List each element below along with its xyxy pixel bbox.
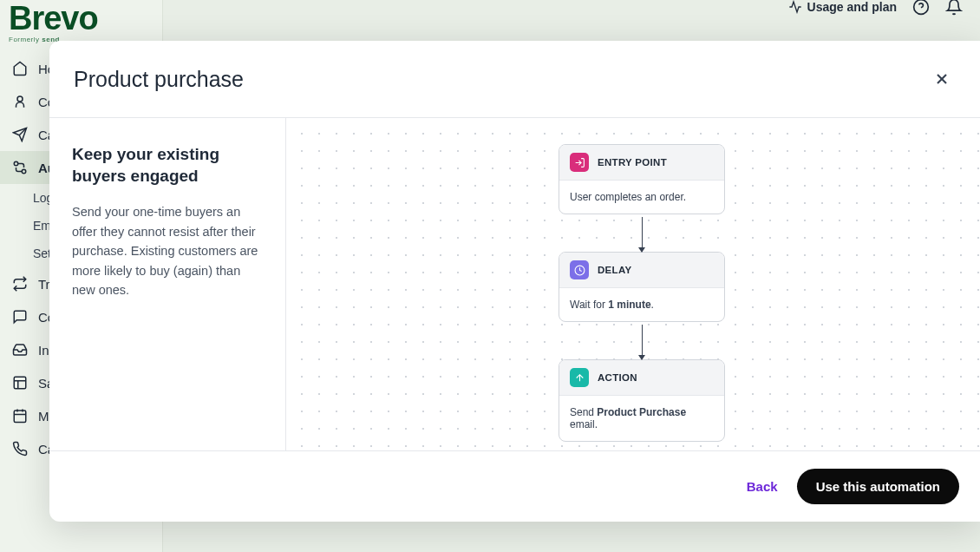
svg-point-5: [14, 161, 18, 166]
entry-icon: [570, 153, 589, 172]
inbox-icon: [12, 342, 28, 358]
svg-rect-10: [14, 411, 26, 423]
grid-icon: [12, 375, 28, 391]
back-button[interactable]: Back: [747, 479, 778, 494]
logo[interactable]: Brevo Formerly send: [0, 0, 162, 45]
flow-connector: [642, 325, 643, 359]
pulse-icon: [788, 0, 802, 14]
node-header: DELAY: [559, 253, 724, 288]
svg-point-6: [22, 169, 26, 174]
chat-icon: [12, 309, 28, 325]
svg-point-2: [17, 96, 23, 102]
node-body: Send Product Purchase email.: [559, 396, 724, 441]
action-icon: [570, 368, 589, 387]
calendar-icon: [12, 408, 28, 424]
close-button[interactable]: [928, 65, 956, 93]
node-title: ACTION: [598, 372, 637, 383]
topbar: Usage and plan: [788, 0, 980, 14]
usage-label: Usage and plan: [807, 0, 897, 14]
bell-icon[interactable]: [945, 0, 963, 16]
svg-rect-7: [14, 377, 26, 389]
user-icon: [12, 94, 28, 109]
use-automation-button[interactable]: Use this automation: [797, 469, 959, 504]
help-icon[interactable]: [912, 0, 930, 16]
modal-left-panel: Keep your existing buyers engaged Send y…: [49, 118, 286, 450]
modal-body: Keep your existing buyers engaged Send y…: [49, 117, 980, 450]
transactional-icon: [12, 276, 28, 292]
modal: Product purchase Keep your existing buye…: [49, 41, 980, 522]
automation-icon: [12, 160, 28, 175]
send-icon: [12, 127, 28, 142]
left-description: Send your one-time buyers an offer they …: [72, 202, 263, 299]
flow: ENTRY POINT User completes an order. DEL…: [559, 144, 725, 442]
node-header: ENTRY POINT: [559, 145, 724, 181]
node-header: ACTION: [559, 360, 724, 396]
clock-icon: [570, 260, 589, 279]
flow-connector: [642, 217, 643, 252]
phone-icon: [12, 441, 28, 457]
modal-title: Product purchase: [74, 67, 244, 92]
flow-node-action[interactable]: ACTION Send Product Purchase email.: [559, 359, 725, 442]
close-icon: [933, 70, 951, 88]
flow-node-entry[interactable]: ENTRY POINT User completes an order.: [559, 144, 725, 214]
home-icon: [12, 61, 28, 76]
node-title: ENTRY POINT: [598, 157, 667, 168]
flow-node-delay[interactable]: DELAY Wait for 1 minute.: [559, 252, 725, 322]
modal-header: Product purchase: [49, 41, 980, 117]
node-body: User completes an order.: [559, 181, 724, 214]
flow-canvas: ENTRY POINT User completes an order. DEL…: [286, 118, 980, 450]
node-body: Wait for 1 minute.: [559, 288, 724, 321]
logo-text: Brevo: [9, 0, 154, 37]
modal-footer: Back Use this automation: [49, 450, 980, 522]
node-title: DELAY: [598, 265, 631, 275]
usage-and-plan-link[interactable]: Usage and plan: [788, 0, 897, 14]
left-heading: Keep your existing buyers engaged: [72, 144, 263, 187]
